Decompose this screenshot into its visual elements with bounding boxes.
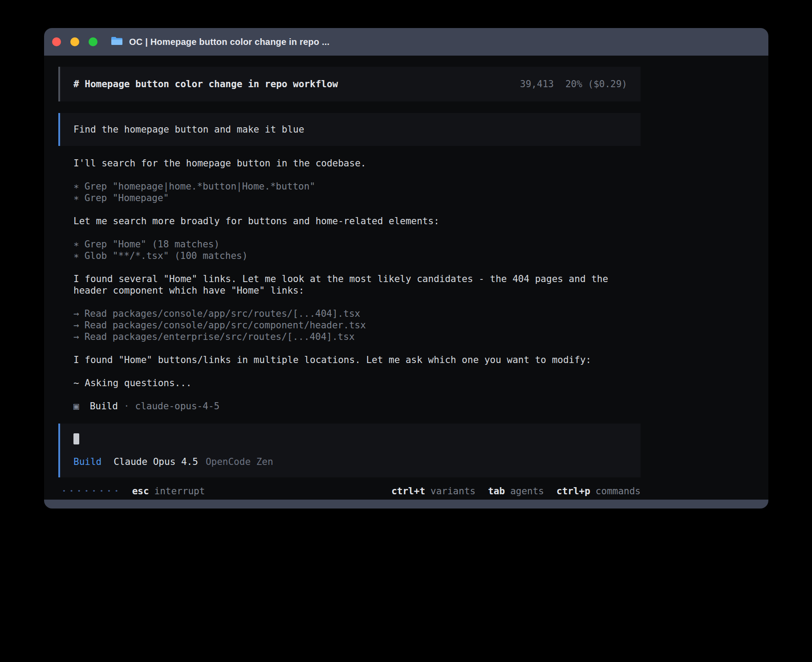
shortcut-group: ctrl+t variants tab agents ctrl+p comman… (391, 485, 641, 497)
mode-label[interactable]: Build (73, 456, 102, 468)
tool-call-grep: ∗Grep "Homepage" (73, 192, 641, 204)
tool-call-read: →Read packages/console/app/src/component… (73, 319, 641, 331)
tool-call-read: →Read packages/enterprise/src/routes/[..… (73, 331, 641, 343)
terminal-window: OC | Homepage button color change in rep… (44, 28, 768, 509)
shortcut-agents: tab agents (488, 485, 544, 497)
minimize-button[interactable] (70, 37, 79, 46)
agent-separator: · (124, 400, 130, 412)
user-message: Find the homepage button and make it blu… (58, 113, 641, 146)
assistant-text: I found "Home" buttons/links in multiple… (73, 354, 641, 366)
terminal-content: # Homepage button color change in repo w… (44, 56, 768, 500)
spinner-dots: •••••••• (62, 485, 122, 497)
arrow-icon: → (73, 308, 79, 319)
shortcut-commands: ctrl+p commands (556, 485, 641, 497)
window-title: OC | Homepage button color change in rep… (129, 37, 329, 47)
title-area: OC | Homepage button color change in rep… (111, 36, 329, 48)
arrow-icon: → (73, 331, 79, 342)
titlebar[interactable]: OC | Homepage button color change in rep… (44, 28, 768, 56)
agent-model: claude-opus-4-5 (135, 400, 220, 412)
folder-icon (111, 36, 123, 48)
tool-bullet-icon: ∗ (73, 250, 79, 261)
shortcut-interrupt: esc interrupt (132, 485, 205, 497)
model-label: Claude Opus 4.5 (114, 456, 198, 468)
tool-call-read: →Read packages/console/app/src/routes/[.… (73, 308, 641, 319)
traffic-lights (52, 37, 97, 46)
status-bar: •••••••• esc interrupt ctrl+t variants t… (58, 485, 641, 497)
assistant-text: Let me search more broadly for buttons a… (73, 215, 641, 227)
assistant-text: I'll search for the homepage button in t… (73, 157, 641, 169)
provider-label: OpenCode Zen (206, 456, 273, 468)
agent-status: ▣ Build · claude-opus-4-5 (73, 400, 641, 412)
user-message-text: Find the homepage button and make it blu… (73, 124, 304, 135)
text-cursor (73, 433, 79, 444)
status-asking-questions: ~ Asking questions... (73, 377, 641, 389)
tool-bullet-icon: ∗ (73, 239, 79, 250)
assistant-text: I found several "Home" links. Let me loo… (73, 273, 641, 296)
session-header: # Homepage button color change in repo w… (58, 67, 641, 101)
session-title: # Homepage button color change in repo w… (73, 78, 338, 90)
tool-call-glob: ∗Glob "**/*.tsx" (100 matches) (73, 250, 641, 262)
agent-name: Build (90, 400, 118, 412)
session-stats: 39,413 20% ($0.29) (520, 78, 627, 90)
shortcut-variants: ctrl+t variants (391, 485, 475, 497)
close-button[interactable] (52, 37, 61, 46)
zoom-button[interactable] (89, 37, 97, 46)
token-count: 39,413 (520, 78, 554, 90)
tool-bullet-icon: ∗ (73, 181, 79, 192)
prompt-input[interactable]: Build Claude Opus 4.5 OpenCode Zen (58, 424, 641, 477)
context-cost: 20% ($0.29) (565, 78, 627, 90)
tool-call-grep: ∗Grep "Home" (18 matches) (73, 238, 641, 250)
input-meta: Build Claude Opus 4.5 OpenCode Zen (73, 456, 627, 468)
assistant-transcript: I'll search for the homepage button in t… (58, 157, 641, 412)
tool-bullet-icon: ∗ (73, 193, 79, 203)
tool-call-grep: ∗Grep "homepage|home.*button|Home.*butto… (73, 181, 641, 192)
arrow-icon: → (73, 320, 79, 331)
agent-icon: ▣ (73, 400, 79, 412)
